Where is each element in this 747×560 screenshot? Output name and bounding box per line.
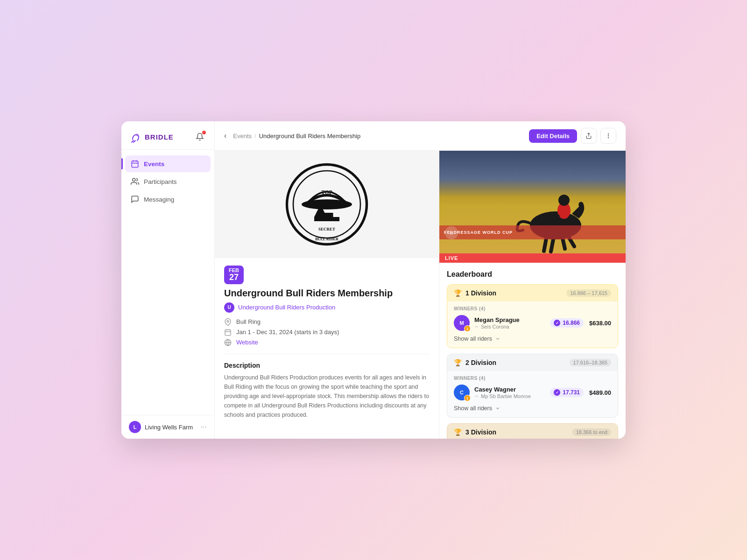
show-all-riders-button-2[interactable]: Show all riders: [454, 404, 500, 413]
division-2-header: 🏆 2 Division 17.616–18.365: [447, 354, 618, 371]
leaderboard-title: Leaderboard: [447, 270, 618, 279]
rider-1-info: Megan Sprague Seis Corona: [474, 316, 545, 329]
horse-icon-1: [474, 324, 479, 329]
sidebar-header: BRIDLE: [121, 121, 214, 150]
rank-badge-2: 1: [464, 395, 471, 401]
division-3-name: 🏆 3 Division: [454, 428, 496, 436]
horse-icon-2: [474, 394, 479, 399]
rider-1-score-badge: ✓ 16.866: [550, 318, 584, 328]
event-dates: Jan 1 - Dec 31, 2024 (starts in 3 days): [224, 329, 430, 336]
back-button[interactable]: ‹: [224, 131, 230, 141]
svg-point-7: [608, 133, 608, 134]
main-content: ‹ Events / Underground Bull Riders Membe…: [215, 121, 626, 439]
rank-badge-1: 1: [464, 325, 471, 332]
dates-text: Jan 1 - Dec 31, 2024 (starts in 3 days): [236, 329, 339, 336]
website-text[interactable]: Website: [236, 339, 258, 346]
svg-point-29: [558, 195, 570, 206]
svg-rect-1: [132, 161, 138, 168]
svg-point-5: [133, 178, 135, 181]
event-panel: TOP SECRET BULL RIDER FEB 27 Underground…: [215, 151, 439, 439]
breadcrumb-root: Events: [233, 133, 252, 140]
chevron-down-icon-1: [495, 336, 500, 342]
calendar-icon: [224, 329, 232, 336]
svg-point-16: [227, 320, 229, 322]
sidebar-item-messaging-label: Messaging: [144, 196, 174, 203]
score-icon-1: ✓: [554, 320, 560, 326]
division-2-winners-label: WINNERS (4): [454, 376, 611, 381]
show-all-riders-button-1[interactable]: Show all riders: [454, 335, 500, 343]
sidebar-item-participants[interactable]: Participants: [125, 173, 211, 190]
location-icon: [224, 318, 232, 326]
sidebar-item-participants-label: Participants: [144, 178, 177, 185]
svg-point-12: [302, 199, 352, 210]
division-1-range: 16.866 – 17,615: [566, 289, 611, 297]
right-panel: FEI DRESSAGE WORLD CUP LIVE: [439, 151, 626, 439]
rider-2-score-area: ✓ 17.731 $489.00: [550, 388, 611, 397]
division-1-body: WINNERS (4) M 1 Megan Sprague: [447, 301, 618, 348]
division-3-range: 18.366 to end: [572, 428, 611, 436]
division-3-header: 🏆 3 Division 18.366 to end: [447, 424, 618, 439]
breadcrumb-separator: /: [254, 133, 256, 140]
svg-text:TOP: TOP: [321, 189, 332, 196]
pause-button[interactable]: [445, 226, 458, 239]
video-container: FEI DRESSAGE WORLD CUP LIVE: [439, 151, 626, 263]
content-area: TOP SECRET BULL RIDER FEB 27 Underground…: [215, 151, 626, 439]
svg-text:SECRET: SECRET: [318, 227, 335, 231]
sidebar-item-messaging[interactable]: Messaging: [125, 191, 211, 208]
sidebar-nav: Events Participants Messaging: [121, 150, 214, 415]
org-name[interactable]: Underground Bull Riders Production: [238, 304, 335, 311]
svg-line-24: [544, 238, 546, 251]
description-text: Underground Bull Riders Production produ…: [215, 373, 439, 420]
participants-icon: [131, 177, 139, 186]
table-row: M 1 Megan Sprague Seis Cor: [454, 315, 611, 331]
sidebar: BRIDLE Events: [121, 121, 215, 439]
table-row: C 1 Casey Wagner Mp Sb Bar: [454, 385, 611, 400]
trophy-icon-1: 🏆: [454, 289, 462, 297]
bridle-logo-icon: [129, 130, 142, 143]
leaderboard-section: Leaderboard 🏆 1 Division 16.866 – 17,615…: [439, 263, 626, 439]
breadcrumb: Events / Underground Bull Riders Members…: [233, 133, 360, 140]
division-card-3: 🏆 3 Division 18.366 to end WINNERS (4): [447, 423, 618, 439]
description-title: Description: [215, 362, 439, 369]
top-bar-actions: Edit Details: [529, 128, 616, 144]
chevron-down-icon-2: [495, 406, 500, 411]
event-title: Underground Bull Riders Membership: [215, 288, 439, 299]
division-2-body: WINNERS (4) C 1 Casey Wagner: [447, 371, 618, 417]
rider-1-name: Megan Sprague: [474, 316, 545, 323]
svg-point-0: [136, 133, 139, 136]
event-date-day: 27: [229, 273, 239, 282]
live-badge: LIVE: [439, 253, 626, 263]
rider-1-score-area: ✓ 16.866 $638.00: [550, 318, 611, 328]
user-avatar: L: [129, 421, 141, 433]
org-avatar: U: [224, 302, 234, 313]
event-date-badge: FEB 27: [224, 266, 244, 284]
svg-point-8: [608, 135, 608, 136]
share-button[interactable]: [581, 128, 597, 144]
rider-1-horse: Seis Corona: [474, 324, 545, 329]
rider-1-avatar: M 1: [454, 315, 470, 331]
user-name: Living Wells Farm: [145, 424, 197, 431]
sidebar-footer: L Living Wells Farm ···: [121, 415, 214, 439]
rider-2-info: Casey Wagner Mp Sb Barbie Monroe: [474, 386, 545, 399]
user-menu-button[interactable]: ···: [201, 423, 207, 431]
svg-rect-17: [225, 329, 231, 335]
svg-rect-30: [451, 231, 451, 235]
app-window: BRIDLE Events: [121, 121, 626, 439]
division-card-2: 🏆 2 Division 17.616–18.365 WINNERS (4) C…: [447, 354, 618, 418]
sidebar-item-events[interactable]: Events: [125, 155, 211, 172]
section-divider: [224, 354, 430, 354]
notification-button[interactable]: [193, 130, 207, 144]
event-org: U Underground Bull Riders Production: [215, 302, 439, 313]
sidebar-item-events-label: Events: [144, 161, 164, 168]
trophy-icon-2: 🏆: [454, 359, 462, 366]
event-image: TOP SECRET BULL RIDER: [215, 151, 439, 258]
rider-1-prize: $638.00: [589, 320, 611, 327]
division-1-header: 🏆 1 Division 16.866 – 17,615: [447, 285, 618, 301]
events-icon: [131, 160, 139, 168]
event-location: Bull Ring: [224, 318, 430, 326]
more-options-button[interactable]: [600, 128, 616, 144]
notification-dot: [202, 131, 206, 134]
division-2-name: 🏆 2 Division: [454, 359, 496, 366]
edit-details-button[interactable]: Edit Details: [529, 129, 577, 143]
rider-2-horse: Mp Sb Barbie Monroe: [474, 393, 545, 399]
